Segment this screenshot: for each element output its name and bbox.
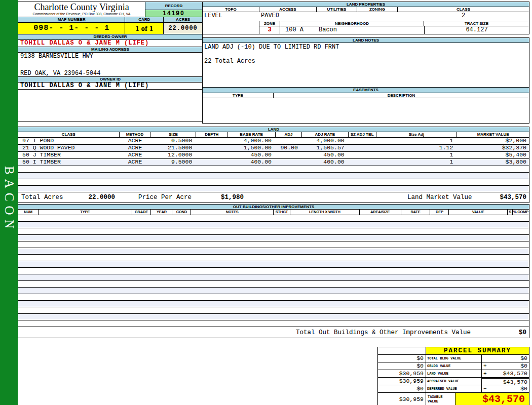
record-value: 14190	[145, 10, 202, 17]
land-col-size: SIZE	[150, 132, 196, 138]
total-acres-label: Total Acres	[21, 193, 63, 202]
out-buildings-total-row: Total Out Buildings & Other Improvements…	[18, 327, 529, 338]
easements-empty-box	[202, 98, 529, 124]
ob-col-value: VALUE	[449, 210, 508, 215]
summary-row-total-bldg: $0 TOTAL BLDG VALUE $0	[378, 355, 529, 362]
land-row: 50 J TIMBER ACRE 12.0000 450.00 450.00 1…	[18, 152, 529, 159]
ob-row-empty	[18, 241, 529, 248]
taxable-value-label: TAXABLE VALUE	[426, 393, 455, 405]
card-label: CARD	[125, 17, 164, 23]
ob-col-dep: DEP	[430, 210, 449, 215]
county-header: Charlotte County Virginia Commissioner o…	[18, 2, 145, 17]
map-number-value: 098- - 1- - - 1	[18, 23, 125, 34]
ob-col-grade: GRADE	[132, 210, 151, 215]
land-col-base-rate: BASE RATE	[227, 132, 276, 138]
mailing-address-label: MAILING ADDRESS	[18, 47, 203, 53]
card-value: 1 of 1	[125, 23, 164, 34]
ob-col-length-width: LENGTH X WIDTH	[290, 210, 360, 215]
price-per-acre-label: Price Per Acre	[138, 193, 192, 202]
land-properties-label: LAND PROPERTIES	[202, 2, 529, 7]
access-label: ACCESS	[259, 7, 317, 12]
owner-panel-empty-box	[18, 90, 203, 122]
ob-col-s: S	[508, 210, 513, 215]
ob-row-empty	[18, 281, 529, 288]
ob-row-empty	[18, 314, 529, 320]
land-market-value: $43,570	[500, 193, 526, 202]
zone-label: ZONE	[259, 21, 280, 26]
land-col-market-value: MARKET VALUE	[457, 132, 529, 138]
out-buildings-label: OUT BUILDINGS/OTHER IMPROVEMENTS	[18, 204, 529, 210]
ob-row-empty	[18, 307, 529, 314]
ob-row-empty	[18, 228, 529, 235]
owner-id-value: TOHILL DALLAS O & JANE M (LIFE)	[18, 83, 203, 90]
class-label: CLASS	[398, 7, 529, 12]
ob-row-empty	[18, 320, 529, 327]
ob-col-cond: COND	[172, 210, 191, 215]
ob-col-num: NUM	[18, 210, 39, 215]
zoning-label: ZONING	[357, 7, 398, 12]
total-acres-value: 22.0000	[89, 193, 116, 202]
zone-neighborhood-table: ZONE NEIGHBORHOOD TRACT SIZE 3 100 ABaco…	[259, 21, 529, 34]
land-note-line-2: 22 Total Acres	[204, 58, 529, 65]
zoning-value	[357, 12, 398, 21]
taxable-prior-value: $30,959	[378, 393, 426, 405]
summary-row-appraised: $30,959 APPRAISED VALUE $43,570	[378, 378, 529, 385]
summary-row-land: $30,959 LAND VALUE +$43,570	[378, 370, 529, 378]
ob-row-empty	[18, 255, 529, 261]
record-box: RECORD 14190	[145, 2, 202, 17]
acres-label: ACRES	[164, 17, 203, 23]
land-notes: LAND ADJ (-10) DUE TO LIMITED RD FRNT 22…	[202, 43, 529, 88]
land-note-line-1: LAND ADJ (-10) DUE TO LIMITED RD FRNT	[204, 44, 529, 51]
county-subtitle: Commissioner of the Revenue, PO Box 308,…	[18, 12, 145, 16]
ob-row-empty	[18, 268, 529, 274]
mailing-address: 9138 BARNESVILLE HWY RED OAK, VA 23964-5…	[18, 53, 203, 77]
neighborhood-band-text: BACON	[2, 166, 16, 233]
ob-col-pct-comp: % COMP	[513, 210, 529, 215]
summary-row-deferred: $0 DEFERRED VALUE −$0	[378, 385, 529, 393]
utilities-label: UTILITIES	[317, 7, 357, 12]
ob-row-empty	[18, 288, 529, 294]
taxable-value: $43,570	[455, 393, 529, 405]
ob-row-empty	[18, 301, 529, 307]
ob-col-sthgt: STHGT	[274, 210, 290, 215]
land-row: 21 Q WOOD PAVED ACRE 21.5000 1,500.00 90…	[18, 145, 529, 152]
out-buildings-section: OUT BUILDINGS/OTHER IMPROVEMENTS NUM TYP…	[18, 204, 529, 338]
land-row-empty	[18, 179, 529, 186]
zone-value: 3	[259, 26, 280, 34]
land-notes-label: LAND NOTES	[202, 37, 529, 43]
ob-col-notes: NOTES	[191, 210, 274, 215]
topo-label: TOPO	[203, 7, 259, 12]
ob-row-empty	[18, 215, 529, 222]
property-record-card: Charlotte County Virginia Commissioner o…	[18, 2, 529, 405]
land-col-depth: DEPTH	[196, 132, 227, 138]
land-col-adj: ADJ	[276, 132, 302, 138]
summary-row-obldg: $0 OBLDG VALUE +$0	[378, 362, 529, 370]
access-value: PAVED	[259, 12, 317, 21]
land-totals-row: Total Acres 22.0000 Price Per Acre $1,98…	[18, 192, 529, 203]
land-market-value-label: Land Market Value	[407, 193, 472, 202]
land-table-header: CLASS METHOD SIZE DEPTH BASE RATE ADJ AD…	[18, 132, 529, 138]
map-number-label: MAP NUMBER	[18, 17, 125, 23]
ob-row-empty	[18, 274, 529, 281]
record-label: RECORD	[145, 2, 202, 10]
neighborhood-name: Bacon	[319, 26, 337, 33]
out-buildings-total-label: Total Out Buildings & Other Improvements…	[296, 329, 471, 336]
neighborhood-label: NEIGHBORHOOD	[280, 21, 424, 26]
land-properties-panel: LAND PROPERTIES TOPO ACCESS UTILITIES ZO…	[202, 2, 529, 124]
ob-col-area-size: AREA/SIZE	[360, 210, 401, 215]
land-section: LAND CLASS METHOD SIZE DEPTH BASE RATE A…	[18, 127, 529, 203]
land-row: 50 I TIMBER ACRE 9.5000 400.00 400.00 1 …	[18, 159, 529, 166]
ob-row-empty	[18, 235, 529, 241]
land-col-size-adj: Size Adj	[376, 132, 458, 138]
land-row-empty	[18, 186, 529, 192]
parcel-summary-title: PARCEL SUMMARY	[426, 347, 529, 354]
ob-row-empty	[18, 248, 529, 255]
ob-row-empty	[18, 261, 529, 268]
parcel-summary: PARCEL SUMMARY $0 TOTAL BLDG VALUE $0 $0…	[377, 347, 529, 405]
ob-col-rate: RATE	[401, 210, 431, 215]
land-row-empty	[18, 166, 529, 173]
easement-type-label: TYPE	[203, 93, 274, 98]
land-col-method: METHOD	[120, 132, 151, 138]
address-line-2: RED OAK, VA 23964-5044	[20, 70, 202, 77]
tract-size-label: TRACT SIZE	[424, 21, 529, 26]
